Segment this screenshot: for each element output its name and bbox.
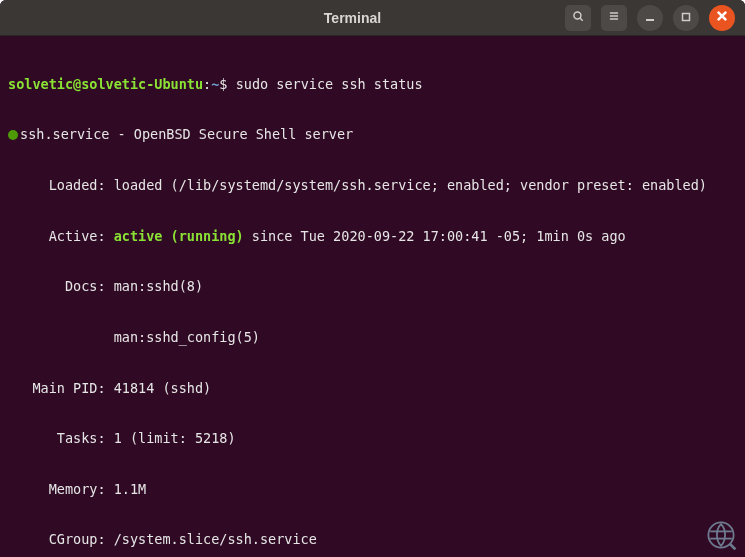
status-dot-icon	[8, 130, 18, 140]
command-text: sudo service ssh status	[236, 76, 423, 92]
active-line: Active: active (running) since Tue 2020-…	[8, 228, 737, 245]
service-header: ssh.service - OpenBSD Secure Shell serve…	[8, 126, 737, 143]
terminal-window: Terminal	[0, 0, 745, 557]
hamburger-icon	[607, 9, 621, 26]
window-title: Terminal	[140, 10, 565, 26]
close-button[interactable]	[709, 5, 735, 31]
svg-line-1	[580, 18, 583, 21]
tasks-line: Tasks: 1 (limit: 5218)	[8, 430, 737, 447]
maximize-icon	[681, 10, 691, 25]
titlebar: Terminal	[0, 0, 745, 36]
terminal-body[interactable]: solvetic@solvetic-Ubuntu:~$ sudo service…	[0, 36, 745, 557]
watermark-icon	[703, 517, 739, 553]
loaded-line: Loaded: loaded (/lib/systemd/system/ssh.…	[8, 177, 737, 194]
maximize-button[interactable]	[673, 5, 699, 31]
cgroup-line-1: CGroup: /system.slice/ssh.service	[8, 531, 737, 548]
mainpid-line: Main PID: 41814 (sshd)	[8, 380, 737, 397]
minimize-button[interactable]	[637, 5, 663, 31]
svg-point-9	[708, 522, 733, 547]
minimize-icon	[645, 10, 655, 25]
svg-rect-6	[683, 14, 690, 21]
svg-point-0	[574, 12, 581, 19]
prompt-sigil: $	[219, 76, 227, 92]
search-icon	[571, 9, 585, 26]
menu-button[interactable]	[601, 5, 627, 31]
search-button[interactable]	[565, 5, 591, 31]
close-icon	[715, 9, 729, 26]
docs-line-2: man:sshd_config(5)	[8, 329, 737, 346]
docs-line-1: Docs: man:sshd(8)	[8, 278, 737, 295]
prompt-user: solvetic@solvetic-Ubuntu	[8, 76, 203, 92]
active-status: active (running)	[114, 228, 244, 244]
prompt-line-1: solvetic@solvetic-Ubuntu:~$ sudo service…	[8, 76, 737, 93]
memory-line: Memory: 1.1M	[8, 481, 737, 498]
